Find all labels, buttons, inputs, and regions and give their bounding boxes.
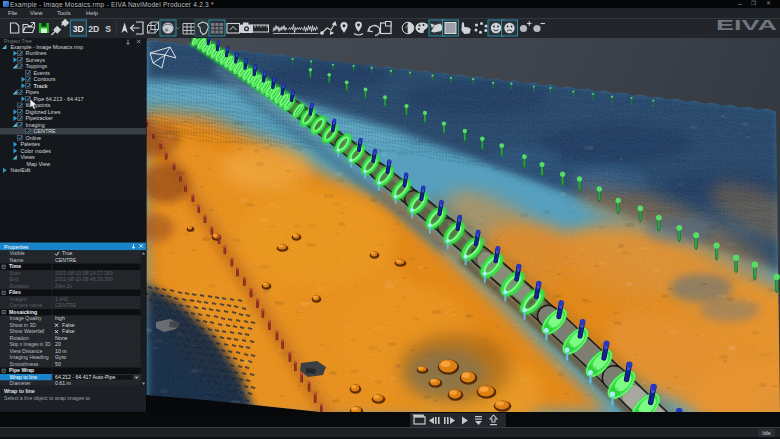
svg-text:Camera name: Camera name [10, 302, 43, 308]
svg-text:Toppings: Toppings [26, 63, 48, 69]
svg-text:NaviEdit: NaviEdit [11, 167, 32, 173]
svg-text:Select a line object to wrap i: Select a line object to wrap images to [4, 395, 90, 401]
svg-text:Events: Events [34, 70, 51, 76]
svg-text:Visible: Visible [10, 250, 25, 256]
svg-text:S: S [105, 24, 111, 34]
svg-text:Pipes: Pipes [26, 89, 40, 95]
svg-text:24m 2s: 24m 2s [55, 283, 72, 289]
svg-text:Rotation: Rotation [10, 335, 29, 341]
svg-text:Smoothness: Smoothness [10, 361, 39, 367]
svg-text:2011-08-10 08:48:29.300: 2011-08-10 08:48:29.300 [55, 276, 113, 282]
svg-text:Views: Views [21, 154, 36, 160]
svg-text:Time: Time [9, 263, 21, 269]
svg-text:CENTRE: CENTRE [55, 257, 77, 263]
svg-text:50: 50 [55, 361, 61, 367]
svg-text:Image Quality: Image Quality [10, 315, 42, 321]
svg-text:Pipetracker: Pipetracker [26, 115, 53, 121]
svg-text:high: high [55, 315, 65, 321]
svg-text:True: True [62, 250, 73, 256]
svg-text:64.212 - 64.417 Auto-Pipe: 64.212 - 64.417 Auto-Pipe [55, 374, 115, 380]
svg-text:EIVA: EIVA [716, 17, 777, 32]
svg-text:Name: Name [10, 257, 24, 263]
svg-text:Waypoints: Waypoints [26, 102, 51, 108]
svg-text:20: 20 [55, 341, 61, 347]
svg-text:False: False [62, 328, 75, 334]
svg-text:Online: Online [26, 135, 42, 141]
svg-text:Example - Image Mosaics.rmp: Example - Image Mosaics.rmp [11, 44, 84, 50]
svg-text:Color modes: Color modes [21, 148, 52, 154]
svg-text:Contours: Contours [34, 76, 56, 82]
svg-text:Properties: Properties [4, 244, 29, 250]
svg-text:Wrap to line: Wrap to line [10, 374, 38, 380]
svg-text:Show Waterfall: Show Waterfall [10, 328, 45, 334]
svg-text:3D: 3D [73, 24, 84, 34]
svg-text:Show in 3D: Show in 3D [10, 322, 37, 328]
svg-text:Pipe Wrap: Pipe Wrap [9, 367, 34, 373]
svg-text:Runlines: Runlines [26, 50, 47, 56]
svg-text:Palettes: Palettes [21, 141, 41, 147]
svg-text:None: None [55, 335, 68, 341]
svg-text:2D: 2D [88, 24, 99, 34]
svg-text:Diameter: Diameter [10, 380, 31, 386]
svg-text:Wrap to line: Wrap to line [4, 388, 35, 394]
svg-text:CENTRE: CENTRE [55, 302, 77, 308]
svg-text:Images: Images [10, 296, 27, 302]
svg-text:Imaging: Imaging [26, 122, 45, 128]
svg-text:1,443: 1,443 [55, 296, 68, 302]
svg-text:End: End [10, 276, 19, 282]
svg-text:Mosaicking: Mosaicking [9, 309, 37, 315]
svg-text:Files: Files [9, 289, 21, 295]
svg-text:False: False [62, 322, 75, 328]
svg-text:View Distance: View Distance [10, 348, 43, 354]
svg-text:Track: Track [34, 83, 48, 89]
svg-text:2011-08-10 08:24:27.269: 2011-08-10 08:24:27.269 [55, 270, 113, 276]
svg-text:Skip n Images in 3D: Skip n Images in 3D [10, 341, 51, 347]
svg-text:Start: Start [10, 270, 22, 276]
svg-text:Duration: Duration [10, 283, 30, 289]
svg-text:Digitized Lines: Digitized Lines [26, 109, 61, 115]
svg-text:CENTRE: CENTRE [34, 128, 57, 134]
svg-text:0.61 m: 0.61 m [55, 380, 71, 386]
svg-text:Surveys: Surveys [26, 57, 46, 63]
svg-text:10 m: 10 m [55, 348, 67, 354]
svg-text:Gyro: Gyro [55, 354, 66, 360]
svg-text:Pipe 64.213 - 64.417: Pipe 64.213 - 64.417 [34, 96, 84, 102]
svg-text:Imaging Heading: Imaging Heading [10, 354, 49, 360]
svg-text:Map View: Map View [27, 161, 51, 167]
